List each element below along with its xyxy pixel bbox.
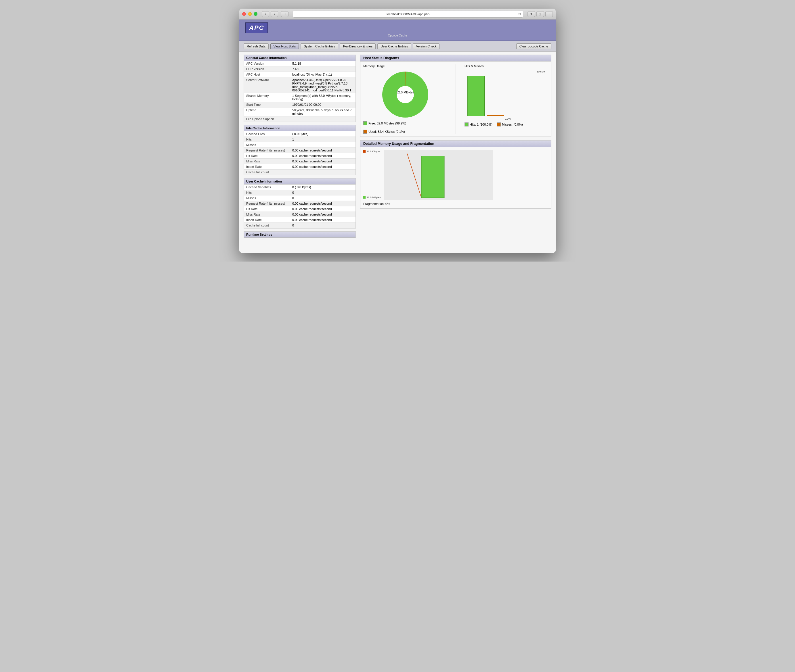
host-status-panel: Host Status Diagrams Memory Usage xyxy=(360,54,551,137)
table-row: Request Rate (hits, misses) 0.00 cache r… xyxy=(244,148,356,153)
titlebar: ‹ › ⊞ localhost:8888/MAMP/apc.php ↻ ⬆ ⊞ … xyxy=(239,9,556,19)
row-value: 1970/01/01 00:00:00 xyxy=(290,102,356,107)
row-value: 0.00 cache requests/second xyxy=(290,201,356,206)
refresh-button[interactable]: Refresh Data xyxy=(244,43,269,49)
table-row: Hit Rate 0.00 cache requests/second xyxy=(244,206,356,212)
share-button[interactable]: ⬆ xyxy=(527,11,535,17)
row-label: Misses xyxy=(244,142,290,148)
row-label: Insert Rate xyxy=(244,164,290,170)
table-row: Start Time 1970/01/01 00:00:00 xyxy=(244,102,356,107)
row-value: 0 xyxy=(290,223,356,228)
system-cache-entries-button[interactable]: System Cache Entries xyxy=(301,43,338,49)
row-label: Miss Rate xyxy=(244,212,290,217)
frag-bar-green xyxy=(422,156,444,198)
table-row: Shared Memory 1 Segment(s) with 32.0 MBy… xyxy=(244,93,356,102)
traffic-lights xyxy=(242,12,257,16)
row-label: APC Host xyxy=(244,72,290,77)
row-label: Shared Memory xyxy=(244,93,290,102)
view-host-stats-button[interactable]: View Host Stats xyxy=(270,43,299,49)
tab-button[interactable]: ⊞ xyxy=(281,11,289,17)
toolbar: Refresh Data View Host Stats System Cach… xyxy=(239,41,556,52)
frag-label-32k: 32.5 KBytes xyxy=(366,150,380,153)
per-directory-entries-button[interactable]: Per-Directory Entries xyxy=(340,43,376,49)
table-row: APC Version 5.1.18 xyxy=(244,61,356,66)
clear-opcode-cache-button[interactable]: Clear opcode Cache xyxy=(516,43,551,49)
used-swatch xyxy=(363,130,367,134)
frag-label-bottom: 32.0 MBytes xyxy=(363,196,381,199)
pie-center-text: 32.0 MBytes xyxy=(396,91,414,94)
address-bar[interactable]: localhost:8888/MAMP/apc.php ↻ xyxy=(293,11,523,18)
diagrams-row: Memory Usage 32.0 MBytes xyxy=(361,61,551,136)
hits-misses-label: Hits & Misses xyxy=(465,64,548,68)
general-cache-table: APC Version 5.1.18 PHP Version 7.4.9 APC… xyxy=(244,61,356,122)
runtime-settings-header: Runtime Settings xyxy=(244,232,356,238)
sidebar-button[interactable]: + xyxy=(545,11,553,17)
legend-used: Used: 32.4 KBytes (0.1%) xyxy=(363,130,405,134)
file-cache-table: Cached Files ( 0.0 Bytes) Hits 1 Misses … xyxy=(244,131,356,175)
table-row: Misses xyxy=(244,142,356,148)
hits-misses-diagram: Hits & Misses 100.0% xyxy=(465,64,548,134)
row-value: 0 xyxy=(290,195,356,201)
table-row: Hits 0 xyxy=(244,190,356,195)
table-row: Cache full count xyxy=(244,170,356,175)
reload-icon[interactable]: ↻ xyxy=(518,12,521,16)
row-value: 1 xyxy=(290,137,356,142)
row-label: Cache full count xyxy=(244,223,290,228)
bar-chart-area xyxy=(467,74,504,117)
used-label: Used: 32.4 KBytes (0.1%) xyxy=(369,130,405,133)
bar-chart-container: 100.0% 0.0% xyxy=(465,70,548,120)
table-row: Insert Rate 0.00 cache requests/second xyxy=(244,164,356,170)
hits-pct-label: 100.0% xyxy=(537,70,545,73)
misses-label-text: Misses: (0.0%) xyxy=(502,123,523,126)
file-cache-section: File Cache Information Cached Files ( 0.… xyxy=(244,125,356,175)
row-value: 0.00 cache requests/second xyxy=(290,164,356,170)
row-label: Cache full count xyxy=(244,170,290,175)
fragmentation-container: 32.5 KBytes 32.0 MBytes xyxy=(361,147,551,208)
row-label: PHP Version xyxy=(244,66,290,72)
frag-text: Fragmentation: 0% xyxy=(363,202,390,205)
table-row: Cached Files ( 0.0 Bytes) xyxy=(244,131,356,137)
file-cache-header: File Cache Information xyxy=(244,125,356,131)
minimize-button[interactable] xyxy=(248,12,252,16)
table-row: Miss Rate 0.00 cache requests/second xyxy=(244,212,356,217)
memory-usage-label: Memory Usage xyxy=(363,64,447,68)
row-value: 0.00 cache requests/second xyxy=(290,158,356,164)
new-tab-button[interactable]: ⊞ xyxy=(537,11,544,17)
frag-line-red xyxy=(407,153,422,198)
table-row: File Upload Support xyxy=(244,117,356,122)
diagram-divider xyxy=(455,64,456,134)
table-row: Misses 0 xyxy=(244,195,356,201)
row-value xyxy=(290,117,356,122)
row-value: 0.00 cache requests/second xyxy=(290,217,356,223)
memory-usage-diagram: Memory Usage 32.0 MBytes xyxy=(363,64,447,134)
apc-header: APC Opcode Cache xyxy=(239,19,556,41)
fragmentation-header: Detailed Memory Usage and Fragmentation xyxy=(361,141,551,147)
row-label: Start Time xyxy=(244,102,290,107)
version-check-button[interactable]: Version Check xyxy=(413,43,440,49)
row-label: Miss Rate xyxy=(244,158,290,164)
hits-bar-col xyxy=(467,76,485,116)
forward-button[interactable]: › xyxy=(271,11,278,17)
host-status-header: Host Status Diagrams xyxy=(361,55,551,61)
row-label: Cached Files xyxy=(244,131,290,137)
table-row: Uptime 50 years, 38 weeks, 5 days, 5 hou… xyxy=(244,107,356,117)
misses-bar-col xyxy=(487,115,504,116)
fragmentation-legend: Fragmentation: 0% xyxy=(363,202,548,205)
row-value: 0.00 cache requests/second xyxy=(290,148,356,153)
free-label: Free: 32.0 MBytes (99.9%) xyxy=(369,122,406,125)
row-label: Hits xyxy=(244,137,290,142)
row-value xyxy=(290,142,356,148)
free-swatch xyxy=(363,121,367,125)
back-button[interactable]: ‹ xyxy=(262,11,269,17)
fullscreen-button[interactable] xyxy=(254,12,257,16)
user-cache-section: User Cache Information Cached Variables … xyxy=(244,178,356,229)
row-value: Apache/2.4.46 (Unix) OpenSSL/1.0.2u PHP/… xyxy=(290,77,356,93)
table-row: APC Host localhost (Dirks-iMac-2) (::1) xyxy=(244,72,356,77)
user-cache-entries-button[interactable]: User Cache Entries xyxy=(377,43,411,49)
close-button[interactable] xyxy=(242,12,246,16)
row-label: Request Rate (hits, misses) xyxy=(244,201,290,206)
misses-pct-label: 0.0% xyxy=(505,117,511,120)
row-label: Hit Rate xyxy=(244,153,290,158)
row-label: Insert Rate xyxy=(244,217,290,223)
legend-hits: Hits: 1 (100.0%) xyxy=(465,122,492,126)
